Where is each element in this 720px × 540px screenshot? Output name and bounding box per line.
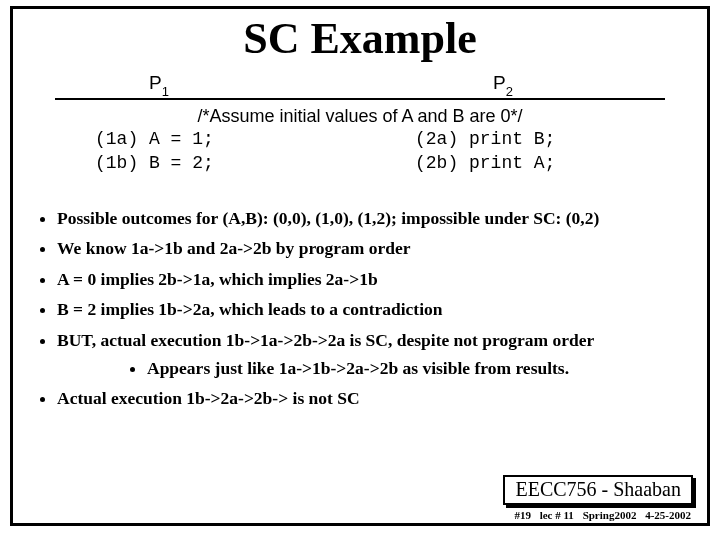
bullet-1: Possible outcomes for (A,B): (0,0), (1,0… (57, 207, 687, 229)
slide-frame: SC Example P1 P2 /*Assume initial values… (10, 6, 710, 526)
bullet-6: Actual execution 1b->2a->2b-> is not SC (57, 387, 687, 409)
bullet-5: BUT, actual execution 1b->1a->2b->2a is … (57, 329, 687, 380)
process-header-row: P1 P2 (73, 72, 647, 98)
bullet-list: Possible outcomes for (A,B): (0,0), (1,0… (13, 207, 707, 410)
bullet-3: A = 0 implies 2b->1a, which implies 2a->… (57, 268, 687, 290)
code-2b: (2b) print A; (415, 153, 555, 173)
process-1-sub: 1 (162, 84, 169, 99)
footer-meta: #19 lec # 11 Spring2002 4-25-2002 (514, 509, 691, 521)
code-1a: (1a) A = 1; (95, 129, 214, 149)
footer-slide-no: #19 (514, 509, 531, 521)
bullet-2: We know 1a->1b and 2a->2b by program ord… (57, 237, 687, 259)
code-1b: (1b) B = 2; (95, 153, 214, 173)
process-2-letter: P (493, 72, 506, 93)
footer-lec: lec # 11 (540, 509, 574, 521)
code-block: (1a) A = 1; (1b) B = 2; (2a) print B; (2… (95, 129, 707, 185)
code-2a: (2a) print B; (415, 129, 555, 149)
bullet-4: B = 2 implies 1b->2a, which leads to a c… (57, 298, 687, 320)
footer-course-box: EECC756 - Shaaban (503, 475, 693, 505)
bullet-5-sublist: Appears just like 1a->1b->2a->2b as visi… (57, 357, 687, 379)
process-1-label: P1 (149, 72, 169, 97)
assume-comment: /*Assume initial values of A and B are 0… (13, 106, 707, 127)
slide-title: SC Example (13, 13, 707, 64)
divider-line (55, 98, 665, 100)
process-2-label: P2 (493, 72, 513, 97)
bullet-5-text: BUT, actual execution 1b->1a->2b->2a is … (57, 330, 594, 350)
process-2-sub: 2 (506, 84, 513, 99)
bullet-5a: Appears just like 1a->1b->2a->2b as visi… (147, 357, 687, 379)
footer-term: Spring2002 (583, 509, 637, 521)
process-1-letter: P (149, 72, 162, 93)
footer-date: 4-25-2002 (645, 509, 691, 521)
